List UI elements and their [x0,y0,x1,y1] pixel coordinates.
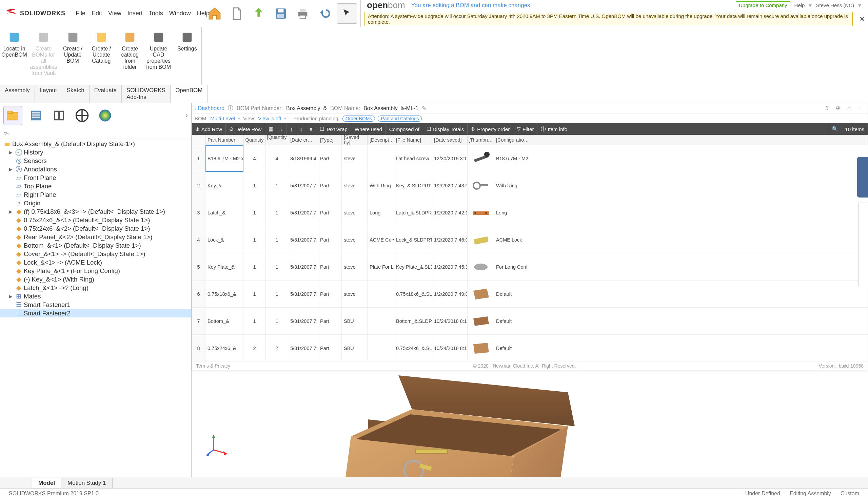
menu-window[interactable]: Window [169,10,191,17]
order-boms-button[interactable]: Order BOMs [343,116,375,122]
menu-view[interactable]: View [108,10,122,17]
tree-item[interactable]: ☰Smart Fastener1 [0,301,191,309]
print-button[interactable] [293,3,313,24]
col-fn[interactable]: [File Name] [394,135,432,145]
col-sb[interactable]: [Saved by] [342,135,368,145]
grid-body[interactable]: 1 B18.6.7M - M2 x 0… 4 4 8/18/1999 4:… P… [192,145,868,361]
table-row[interactable]: 1 B18.6.7M - M2 x 0… 4 4 8/18/1999 4:… P… [192,145,868,172]
tree-item[interactable]: ◆Key Plate_&<1> (For Long Config) [0,267,191,275]
tab-feature-tree[interactable] [3,106,22,125]
add-row-button[interactable]: ⊕Add Row [192,123,226,135]
tree-item[interactable]: ▸ⒶAnnotations [0,165,191,173]
bom-val[interactable]: Multi-Level [210,116,235,121]
side-help-tab[interactable] [857,157,868,197]
copy-icon[interactable]: ⧉ [836,105,843,112]
table-row[interactable]: 4 Lock_& 1 1 5/31/2007 7:… Part steve AC… [192,226,868,253]
tree-item[interactable]: ◎Sensors [0,157,191,165]
user-name[interactable]: Steve Hess (NC) [816,2,854,8]
table-row[interactable]: 3 Latch_& 1 1 5/31/2007 7:… Part steve L… [192,199,868,226]
tree-item[interactable]: ◆0.75x24x6_&<1> (Default<_Display State … [0,216,191,224]
ribbon-tab-solidworks-add-ins[interactable]: SOLIDWORKS Add-Ins [122,85,170,103]
ribbon-tab-layout[interactable]: Layout [35,85,62,103]
col-cfg[interactable]: [Configuratio… [494,135,529,145]
ribbon-item-5[interactable]: Update CAD properties from BOM [144,29,173,83]
table-row[interactable]: 6 0.75x18x6_& 1 1 5/31/2007 7:… Part ste… [192,280,868,307]
col-ds[interactable]: [Date saved] [432,135,468,145]
sort-button[interactable]: ↕ [296,123,306,135]
side-task-pane[interactable] [858,202,868,287]
export-icon[interactable]: ⇪ [825,105,832,112]
share-icon[interactable]: ⋔ [847,105,854,112]
ribbon-item-4[interactable]: Create catalog from folder [116,29,144,83]
property-order-button[interactable]: ⇅Property order [468,123,513,135]
tree-item[interactable]: ▸🕘History [0,148,191,157]
more-icon[interactable]: ⋯ [857,105,865,112]
composed-of-button[interactable]: Composed of [386,123,423,135]
dashboard-link[interactable]: ‹ Dashboard [195,105,225,112]
upgrade-button[interactable]: Upgrade to Company [736,1,790,9]
ribbon-item-2[interactable]: Create / Update BOM [58,29,87,83]
tab-motion-study[interactable]: Motion Study 1 [61,478,112,488]
tree-item[interactable]: ◆Latch_&<1> ->? (Long) [0,284,191,292]
table-row[interactable]: 5 Key Plate_& 1 1 5/31/2007 7:… Part ste… [192,253,868,280]
delete-row-button[interactable]: ⊖Delete Row [226,123,266,135]
ribbon-tab-assembly[interactable]: Assembly [0,85,35,103]
tree-item[interactable]: ▱Right Plane [0,191,191,199]
terms-link[interactable]: Terms & Privacy [196,363,230,369]
table-row[interactable]: 2 Key_& 1 1 5/31/2007 7:… Part steve Wit… [192,172,868,199]
ribbon-tab-evaluate[interactable]: Evaluate [90,85,122,103]
close-alert-icon[interactable]: ✕ [856,15,868,23]
menu-tools[interactable]: Tools [149,10,163,17]
tree-item[interactable]: ◆0.75x24x6_&<2> (Default<_Display State … [0,224,191,233]
expand-all[interactable]: ↓ [277,123,287,135]
chevron-down-icon[interactable]: ▾ [858,2,861,9]
new-doc-button[interactable] [227,3,247,24]
search-button[interactable]: 🔍 [828,123,842,135]
select-cursor-button[interactable] [337,3,357,24]
table-row[interactable]: 8 0.75x24x6_& 2 2 5/31/2007 7:… Part SBU… [192,335,868,361]
grid-toggle[interactable]: ▦ [265,123,277,135]
col-datec[interactable]: [Date cr… [288,135,318,145]
filter-icon[interactable]: ▿◦ [0,128,191,139]
tree-item[interactable]: ◆Cover_&<1> -> (Default<_Display State 1… [0,250,191,258]
text-wrap-button[interactable]: ☐Text wrap [316,123,351,135]
home-button[interactable] [204,3,225,24]
info-icon[interactable]: ⓘ [228,105,233,112]
tree-item[interactable]: ◆Bottom_&<1> (Default<_Display State 1>) [0,241,191,250]
ribbon-tab-sketch[interactable]: Sketch [62,85,90,103]
tree-item[interactable]: ▱Top Plane [0,182,191,191]
menu-file[interactable]: File [76,10,86,17]
save-button[interactable] [271,3,291,24]
tree-item[interactable]: ◆(-) Key_&<1> (With Ring) [0,275,191,284]
table-row[interactable]: 7 Bottom_& 1 1 5/31/2007 7:… Part SBU Bo… [192,307,868,335]
menu-edit[interactable]: Edit [91,10,102,17]
expand-icon[interactable]: › [186,111,188,120]
ribbon-item-3[interactable]: Create / Update Catalog [87,29,116,83]
bom-name-value[interactable]: Box Assembly_&-ML-1 [363,105,418,112]
tree-item[interactable]: ▱Front Plane [0,173,191,182]
tree-item[interactable]: ◆Rear Panel_&<2> (Default<_Display State… [0,233,191,241]
tab-dimxpert[interactable] [73,106,91,125]
chevron-down-icon[interactable]: ▾ [809,2,812,9]
tree-item[interactable]: ☰Smart Fastener2 [0,309,191,317]
tree-root[interactable]: Box Assembly_& (Default<Display State-1>… [0,140,191,148]
ribbon-item-6[interactable]: Settings [173,29,201,83]
open-button[interactable] [248,3,269,24]
col-qty[interactable]: Quantity [243,135,266,145]
help-link[interactable]: Help [794,2,805,8]
display-totals-button[interactable]: ☐Display Totals [423,123,468,135]
view-val[interactable]: View is off [258,116,281,121]
tree-item[interactable]: ▸⊞Mates [0,292,191,301]
tree-item[interactable]: ▸◆(f) 0.75x18x6_&<3> -> (Default<_Displa… [0,207,191,216]
col-qtyt[interactable]: [Quantity … [266,135,288,145]
tab-property-mgr[interactable] [26,106,46,125]
col-type[interactable]: [Type] [318,135,342,145]
align-button[interactable]: ≡ [306,123,316,135]
collapse-all[interactable]: ↑ [287,123,297,135]
ribbon-item-0[interactable]: Locate in OpenBOM [0,29,28,83]
edit-icon[interactable]: ✎ [422,105,426,112]
feature-tree-list[interactable]: Box Assembly_& (Default<Display State-1>… [0,139,191,477]
graphics-viewport[interactable]: ‹ Dashboard ⓘ BOM Part Number: Box Assem… [192,103,868,477]
tree-item[interactable]: ⌖Origin [0,199,191,207]
part-catalogs-button[interactable]: Part and Catalogs [378,116,422,122]
